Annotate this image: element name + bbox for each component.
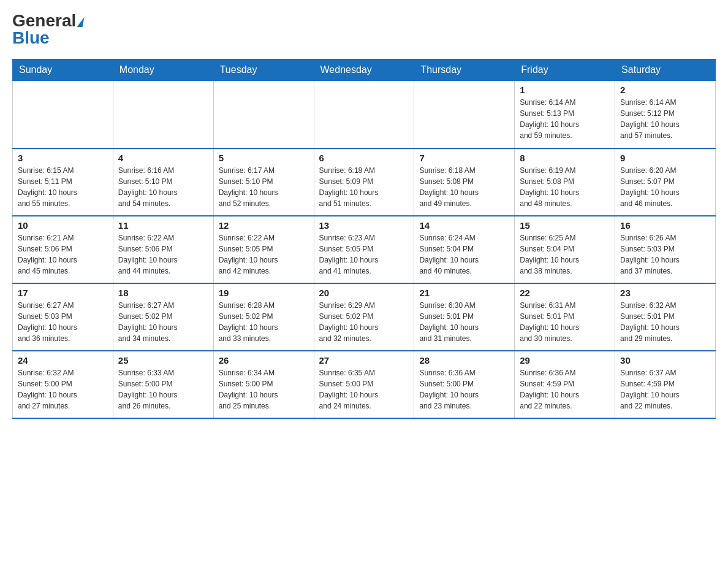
- day-number: 10: [18, 220, 108, 231]
- day-info: Sunrise: 6:36 AM Sunset: 4:59 PM Dayligh…: [520, 367, 610, 412]
- day-number: 3: [18, 153, 108, 163]
- calendar-cell: 21Sunrise: 6:30 AM Sunset: 5:01 PM Dayli…: [414, 283, 515, 351]
- day-number: 1: [520, 85, 610, 95]
- day-number: 21: [419, 288, 509, 298]
- day-number: 13: [319, 220, 409, 231]
- weekday-header-row: SundayMondayTuesdayWednesdayThursdayFrid…: [13, 59, 716, 81]
- calendar-cell: 15Sunrise: 6:25 AM Sunset: 5:04 PM Dayli…: [515, 216, 615, 283]
- calendar-cell: 6Sunrise: 6:18 AM Sunset: 5:09 PM Daylig…: [314, 148, 414, 216]
- calendar-cell: 12Sunrise: 6:22 AM Sunset: 5:05 PM Dayli…: [213, 216, 314, 283]
- calendar-cell: 25Sunrise: 6:33 AM Sunset: 5:00 PM Dayli…: [113, 351, 213, 418]
- calendar-cell: 24Sunrise: 6:32 AM Sunset: 5:00 PM Dayli…: [13, 351, 113, 418]
- day-number: 7: [419, 153, 509, 163]
- calendar-cell: 5Sunrise: 6:17 AM Sunset: 5:10 PM Daylig…: [213, 148, 314, 216]
- day-info: Sunrise: 6:27 AM Sunset: 5:03 PM Dayligh…: [18, 300, 108, 344]
- day-number: 18: [118, 288, 208, 298]
- calendar-cell: 26Sunrise: 6:34 AM Sunset: 5:00 PM Dayli…: [213, 351, 314, 418]
- calendar-week-4: 17Sunrise: 6:27 AM Sunset: 5:03 PM Dayli…: [13, 283, 716, 351]
- calendar-body: 1Sunrise: 6:14 AM Sunset: 5:13 PM Daylig…: [13, 81, 716, 418]
- calendar-cell: 7Sunrise: 6:18 AM Sunset: 5:08 PM Daylig…: [414, 148, 515, 216]
- day-info: Sunrise: 6:22 AM Sunset: 5:06 PM Dayligh…: [118, 232, 208, 277]
- calendar-cell: 18Sunrise: 6:27 AM Sunset: 5:02 PM Dayli…: [113, 283, 213, 351]
- day-number: 28: [419, 355, 509, 366]
- day-info: Sunrise: 6:32 AM Sunset: 5:01 PM Dayligh…: [620, 300, 710, 344]
- calendar-cell: 9Sunrise: 6:20 AM Sunset: 5:07 PM Daylig…: [615, 148, 716, 216]
- day-info: Sunrise: 6:28 AM Sunset: 5:02 PM Dayligh…: [219, 300, 309, 344]
- calendar-cell: 30Sunrise: 6:37 AM Sunset: 4:59 PM Dayli…: [615, 351, 716, 418]
- day-number: 22: [520, 288, 610, 298]
- day-number: 30: [620, 355, 710, 366]
- day-info: Sunrise: 6:22 AM Sunset: 5:05 PM Dayligh…: [219, 232, 309, 277]
- calendar-week-1: 1Sunrise: 6:14 AM Sunset: 5:13 PM Daylig…: [13, 81, 716, 148]
- day-info: Sunrise: 6:15 AM Sunset: 5:11 PM Dayligh…: [18, 165, 108, 209]
- calendar-cell: [13, 81, 113, 148]
- day-info: Sunrise: 6:33 AM Sunset: 5:00 PM Dayligh…: [118, 367, 208, 412]
- day-info: Sunrise: 6:25 AM Sunset: 5:04 PM Dayligh…: [520, 232, 610, 277]
- page-header: General Blue: [12, 12, 716, 47]
- weekday-header-saturday: Saturday: [615, 59, 716, 81]
- weekday-header-thursday: Thursday: [414, 59, 515, 81]
- day-info: Sunrise: 6:36 AM Sunset: 5:00 PM Dayligh…: [419, 367, 509, 412]
- calendar-cell: 14Sunrise: 6:24 AM Sunset: 5:04 PM Dayli…: [414, 216, 515, 283]
- calendar-cell: [314, 81, 414, 148]
- day-number: 19: [219, 288, 309, 298]
- calendar-cell: [213, 81, 314, 148]
- calendar-cell: 13Sunrise: 6:23 AM Sunset: 5:05 PM Dayli…: [314, 216, 414, 283]
- day-number: 16: [620, 220, 710, 231]
- calendar-cell: 23Sunrise: 6:32 AM Sunset: 5:01 PM Dayli…: [615, 283, 716, 351]
- day-number: 12: [219, 220, 309, 231]
- calendar-cell: 16Sunrise: 6:26 AM Sunset: 5:03 PM Dayli…: [615, 216, 716, 283]
- calendar-cell: 2Sunrise: 6:14 AM Sunset: 5:12 PM Daylig…: [615, 81, 716, 148]
- calendar-cell: 22Sunrise: 6:31 AM Sunset: 5:01 PM Dayli…: [515, 283, 615, 351]
- day-info: Sunrise: 6:31 AM Sunset: 5:01 PM Dayligh…: [520, 300, 610, 344]
- calendar-cell: 10Sunrise: 6:21 AM Sunset: 5:06 PM Dayli…: [13, 216, 113, 283]
- day-info: Sunrise: 6:30 AM Sunset: 5:01 PM Dayligh…: [419, 300, 509, 344]
- weekday-header-monday: Monday: [113, 59, 213, 81]
- calendar-cell: [113, 81, 213, 148]
- calendar-cell: 11Sunrise: 6:22 AM Sunset: 5:06 PM Dayli…: [113, 216, 213, 283]
- day-number: 20: [319, 288, 409, 298]
- weekday-header-tuesday: Tuesday: [213, 59, 314, 81]
- day-info: Sunrise: 6:17 AM Sunset: 5:10 PM Dayligh…: [219, 165, 309, 209]
- day-info: Sunrise: 6:18 AM Sunset: 5:09 PM Dayligh…: [319, 165, 409, 209]
- day-info: Sunrise: 6:32 AM Sunset: 5:00 PM Dayligh…: [18, 367, 108, 412]
- weekday-header-friday: Friday: [515, 59, 615, 81]
- calendar-cell: 3Sunrise: 6:15 AM Sunset: 5:11 PM Daylig…: [13, 148, 113, 216]
- day-number: 24: [18, 355, 108, 366]
- day-number: 29: [520, 355, 610, 366]
- calendar-week-5: 24Sunrise: 6:32 AM Sunset: 5:00 PM Dayli…: [13, 351, 716, 418]
- day-info: Sunrise: 6:20 AM Sunset: 5:07 PM Dayligh…: [620, 165, 710, 209]
- calendar-cell: 28Sunrise: 6:36 AM Sunset: 5:00 PM Dayli…: [414, 351, 515, 418]
- day-info: Sunrise: 6:14 AM Sunset: 5:12 PM Dayligh…: [620, 97, 710, 141]
- day-info: Sunrise: 6:26 AM Sunset: 5:03 PM Dayligh…: [620, 232, 710, 277]
- day-number: 25: [118, 355, 208, 366]
- day-info: Sunrise: 6:34 AM Sunset: 5:00 PM Dayligh…: [219, 367, 309, 412]
- day-info: Sunrise: 6:29 AM Sunset: 5:02 PM Dayligh…: [319, 300, 409, 344]
- day-info: Sunrise: 6:27 AM Sunset: 5:02 PM Dayligh…: [118, 300, 208, 344]
- logo-blue-text: Blue: [12, 29, 50, 47]
- day-number: 5: [219, 153, 309, 163]
- calendar-cell: 20Sunrise: 6:29 AM Sunset: 5:02 PM Dayli…: [314, 283, 414, 351]
- day-number: 15: [520, 220, 610, 231]
- day-number: 14: [419, 220, 509, 231]
- day-number: 2: [620, 85, 710, 95]
- day-number: 11: [118, 220, 208, 231]
- day-number: 17: [18, 288, 108, 298]
- calendar-cell: 1Sunrise: 6:14 AM Sunset: 5:13 PM Daylig…: [515, 81, 615, 148]
- day-number: 26: [219, 355, 309, 366]
- calendar-week-3: 10Sunrise: 6:21 AM Sunset: 5:06 PM Dayli…: [13, 216, 716, 283]
- day-number: 23: [620, 288, 710, 298]
- calendar-cell: 19Sunrise: 6:28 AM Sunset: 5:02 PM Dayli…: [213, 283, 314, 351]
- day-info: Sunrise: 6:21 AM Sunset: 5:06 PM Dayligh…: [18, 232, 108, 277]
- day-info: Sunrise: 6:23 AM Sunset: 5:05 PM Dayligh…: [319, 232, 409, 277]
- day-info: Sunrise: 6:16 AM Sunset: 5:10 PM Dayligh…: [118, 165, 208, 209]
- day-number: 27: [319, 355, 409, 366]
- day-info: Sunrise: 6:14 AM Sunset: 5:13 PM Dayligh…: [520, 97, 610, 141]
- day-info: Sunrise: 6:24 AM Sunset: 5:04 PM Dayligh…: [419, 232, 509, 277]
- calendar-week-2: 3Sunrise: 6:15 AM Sunset: 5:11 PM Daylig…: [13, 148, 716, 216]
- logo: General Blue: [12, 12, 83, 47]
- day-number: 4: [118, 153, 208, 163]
- logo-general-text: General: [12, 12, 83, 29]
- calendar-cell: 27Sunrise: 6:35 AM Sunset: 5:00 PM Dayli…: [314, 351, 414, 418]
- day-info: Sunrise: 6:18 AM Sunset: 5:08 PM Dayligh…: [419, 165, 509, 209]
